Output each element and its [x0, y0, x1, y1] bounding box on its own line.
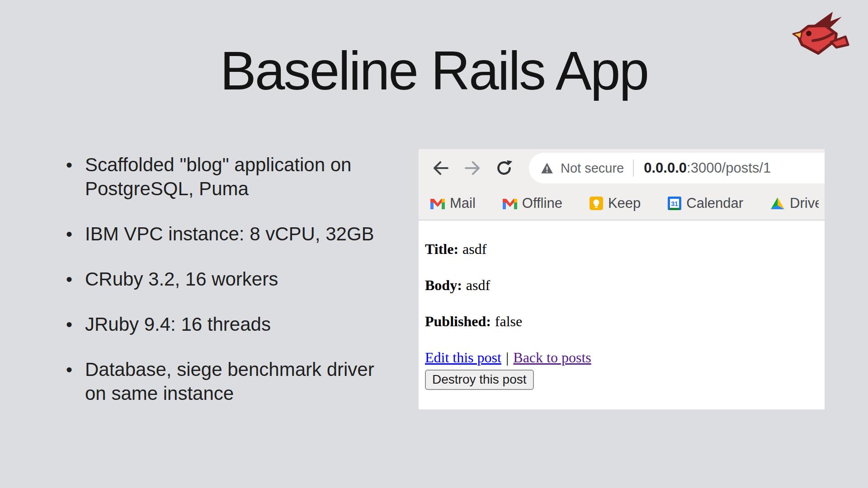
- forward-arrow-icon[interactable]: [463, 159, 482, 178]
- bookmark-label: Mail: [450, 195, 476, 211]
- bookmarks-bar: Mail Offline Keep: [419, 187, 825, 221]
- field-label: Body:: [425, 277, 462, 293]
- post-body-field: Body:asdf: [425, 277, 825, 294]
- list-item: IBM VPC instance: 8 vCPU, 32GB: [65, 222, 392, 246]
- back-arrow-icon[interactable]: [431, 159, 450, 178]
- back-to-posts-link[interactable]: Back to posts: [513, 349, 591, 366]
- field-value: asdf: [462, 241, 486, 257]
- keep-icon: [590, 197, 603, 210]
- bookmark-label: Keep: [608, 195, 641, 211]
- link-separator: |: [506, 349, 509, 366]
- address-bar[interactable]: Not secure 0.0.0.0 :3000/posts/1: [529, 153, 825, 183]
- field-label: Published:: [425, 313, 491, 329]
- gmail-icon: [430, 197, 445, 209]
- page-title: Baseline Rails App: [0, 43, 868, 98]
- field-value: asdf: [466, 277, 490, 293]
- bookmark-offline[interactable]: Offline: [503, 195, 562, 211]
- destroy-button-row: Destroy this post: [425, 370, 825, 390]
- post-published-field: Published:false: [425, 313, 825, 330]
- post-links-row: Edit this post|Back to posts: [425, 349, 825, 366]
- bookmark-mail[interactable]: Mail: [430, 195, 476, 211]
- bookmark-label: Calendar: [686, 195, 743, 211]
- address-separator: [633, 160, 634, 177]
- field-label: Title:: [425, 241, 458, 257]
- reload-icon[interactable]: [495, 159, 514, 178]
- calendar-icon: 31: [668, 197, 681, 210]
- gmail-icon: [503, 197, 517, 209]
- list-item: Scaffolded "blog" application on Postgre…: [65, 153, 392, 201]
- bullet-list: Scaffolded "blog" application on Postgre…: [65, 153, 392, 427]
- edit-post-link[interactable]: Edit this post: [425, 349, 501, 366]
- red-bird-logo-icon: [792, 7, 855, 58]
- bookmark-drive[interactable]: Drive: [770, 195, 819, 211]
- destroy-post-button[interactable]: Destroy this post: [425, 370, 534, 390]
- browser-toolbar: Not secure 0.0.0.0 :3000/posts/1: [419, 149, 825, 187]
- not-secure-label: Not secure: [561, 161, 624, 176]
- list-item: JRuby 9.4: 16 threads: [65, 312, 392, 336]
- not-secure-warning-icon[interactable]: [541, 162, 553, 174]
- field-value: false: [495, 313, 522, 329]
- drive-icon: [770, 197, 785, 210]
- bookmark-keep[interactable]: Keep: [590, 195, 641, 211]
- list-item: CRuby 3.2, 16 workers: [65, 267, 392, 291]
- browser-screenshot: Not secure 0.0.0.0 :3000/posts/1 Mail O: [419, 149, 825, 409]
- url-host: 0.0.0.0: [644, 160, 687, 176]
- page-content: Title:asdf Body:asdf Published:false Edi…: [419, 240, 825, 390]
- bookmark-label: Offline: [522, 195, 562, 211]
- url-path: :3000/posts/1: [687, 160, 771, 176]
- calendar-day-number: 31: [671, 200, 679, 207]
- bookmark-calendar[interactable]: 31 Calendar: [668, 195, 743, 211]
- post-title-field: Title:asdf: [425, 240, 825, 258]
- bookmark-label: Drive: [790, 195, 819, 211]
- list-item: Database, siege benchmark driver on same…: [65, 357, 392, 405]
